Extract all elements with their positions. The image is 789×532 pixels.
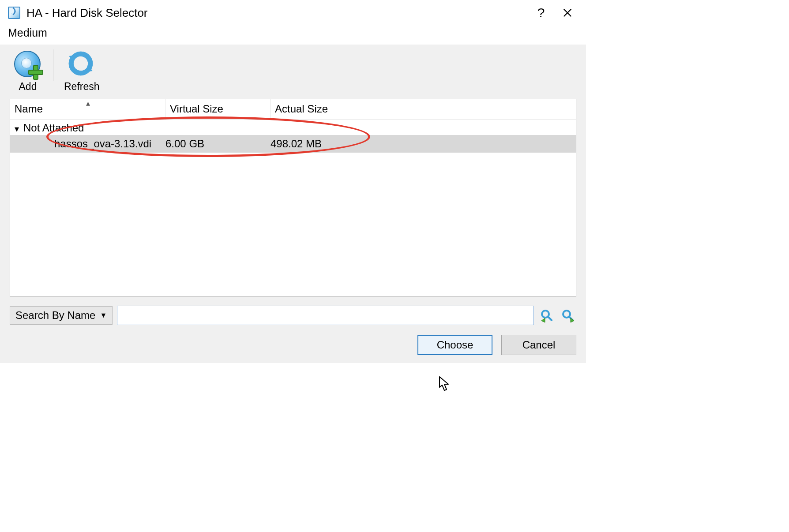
magnifier-prev-icon: [540, 308, 554, 322]
group-label: Not Attached: [23, 122, 84, 134]
dialog-buttons: Choose Cancel: [10, 335, 576, 355]
menu-medium[interactable]: Medium: [8, 26, 47, 39]
refresh-label: Refresh: [64, 81, 100, 93]
window-title: HA - Hard Disk Selector: [26, 6, 148, 20]
refresh-icon: [68, 51, 95, 78]
choose-button[interactable]: Choose: [417, 335, 492, 355]
column-header-actual-size[interactable]: Actual Size: [271, 99, 576, 120]
toolbar-separator: [53, 49, 53, 81]
svg-marker-4: [541, 318, 545, 322]
cursor-icon: [439, 376, 451, 392]
group-not-attached[interactable]: ▾ Not Attached: [10, 120, 576, 135]
search-row: Search By Name ▼: [10, 306, 576, 325]
add-label: Add: [19, 81, 37, 93]
search-type-dropdown[interactable]: Search By Name ▼: [10, 306, 113, 325]
column-header-virtual-size[interactable]: Virtual Size: [165, 99, 271, 120]
list-header: Name ▴ Virtual Size Actual Size: [10, 99, 576, 120]
dialog-content: Add Refresh Name ▴ Virtual Size Actual S…: [0, 45, 586, 363]
close-button[interactable]: [554, 3, 581, 23]
toolbar: Add Refresh: [10, 49, 576, 94]
titlebar: HA - Hard Disk Selector ?: [0, 0, 586, 26]
disk-name: hassos_ova-3.13.vdi: [10, 138, 165, 150]
svg-line-3: [548, 317, 552, 320]
add-button[interactable]: Add: [10, 49, 50, 94]
search-prev-button[interactable]: [538, 307, 555, 324]
column-header-name[interactable]: Name ▴: [10, 99, 165, 120]
magnifier-next-icon: [561, 308, 575, 322]
chevron-down-icon: ▾: [15, 124, 19, 134]
sort-indicator-icon: ▴: [86, 98, 90, 108]
search-input[interactable]: [117, 306, 534, 325]
disk-actual-size: 498.02 MB: [271, 138, 576, 150]
search-type-label: Search By Name: [15, 309, 95, 322]
menubar: Medium: [0, 26, 586, 45]
disk-row[interactable]: hassos_ova-3.13.vdi 6.00 GB 498.02 MB: [10, 135, 576, 153]
disk-list: Name ▴ Virtual Size Actual Size ▾ Not At…: [10, 99, 576, 297]
refresh-button[interactable]: Refresh: [60, 49, 109, 94]
cancel-button[interactable]: Cancel: [501, 335, 576, 355]
add-disk-icon: [14, 51, 41, 78]
app-icon: [8, 7, 20, 19]
search-next-button[interactable]: [560, 307, 576, 324]
chevron-down-icon: ▼: [100, 311, 107, 319]
list-body: ▾ Not Attached hassos_ova-3.13.vdi 6.00 …: [10, 120, 576, 296]
help-button[interactable]: ?: [528, 3, 554, 23]
close-icon: [563, 8, 572, 18]
plus-icon: [27, 64, 42, 79]
disk-virtual-size: 6.00 GB: [165, 138, 271, 150]
